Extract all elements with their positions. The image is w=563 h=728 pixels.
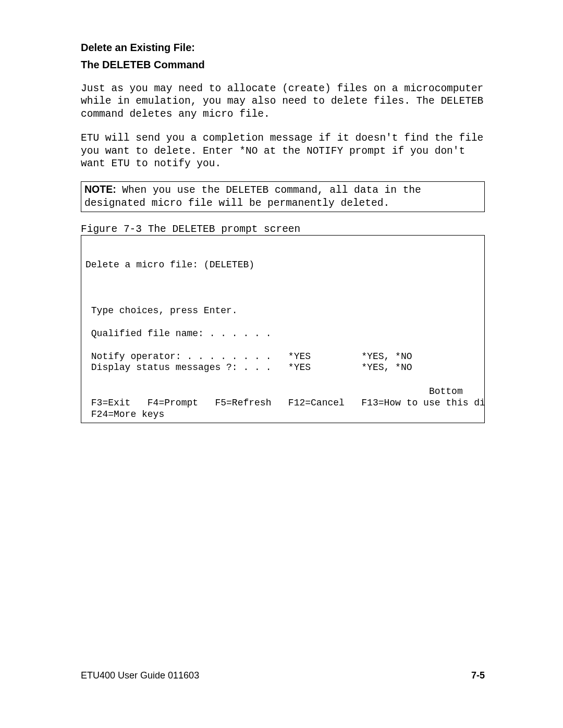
- prompt-row-filename: Qualified file name: . . . . . .: [85, 328, 271, 339]
- fkeys-line-2: F24=More keys: [85, 409, 164, 419]
- page-footer: ETU400 User Guide 011603 7-5: [81, 670, 485, 681]
- section-heading-1: Delete an Existing File:: [81, 42, 485, 54]
- paragraph-2: ETU will send you a completion message i…: [81, 132, 485, 170]
- footer-left: ETU400 User Guide 011603: [81, 670, 199, 681]
- prompt-body: Type choices, press Enter. Qualified fil…: [85, 294, 480, 386]
- prompt-instruction: Type choices, press Enter.: [85, 305, 238, 316]
- bottom-indicator: Bottom: [85, 386, 463, 397]
- note-label: NOTE:: [84, 183, 116, 195]
- prompt-title: Delete a micro file: (DELETEB): [85, 260, 480, 271]
- paragraph-1: Just as you may need to allocate (create…: [81, 82, 485, 120]
- document-page: Delete an Existing File: The DELETEB Com…: [0, 0, 563, 423]
- note-box: NOTE: When you use the DELETEB command, …: [81, 181, 485, 212]
- footer-right: 7-5: [471, 670, 485, 681]
- prompt-row-status: Display status messages ?: . . . *YES *Y…: [85, 362, 412, 373]
- fkeys-line-1: F3=Exit F4=Prompt F5=Refresh F12=Cancel …: [85, 398, 485, 408]
- prompt-row-notify: Notify operator: . . . . . . . . *YES *Y…: [85, 351, 412, 362]
- figure-caption: Figure 7-3 The DELETEB prompt screen: [81, 224, 485, 235]
- prompt-screen: Delete a micro file: (DELETEB) Type choi…: [81, 235, 485, 423]
- section-heading-2: The DELETEB Command: [81, 59, 485, 71]
- prompt-footer: Bottom F3=Exit F4=Prompt F5=Refresh F12=…: [85, 386, 480, 421]
- note-text: When you use the DELETEB command, all da…: [84, 184, 421, 208]
